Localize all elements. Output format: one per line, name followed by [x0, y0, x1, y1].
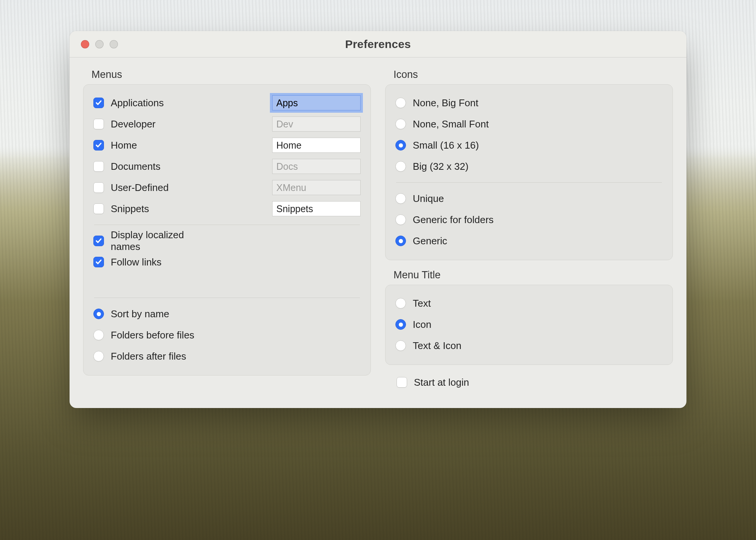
menu-title-group: Text Icon Text & Icon [385, 285, 673, 365]
start-at-login-label: Start at login [414, 377, 469, 388]
minimize-icon[interactable] [95, 40, 104, 48]
menu-title-text-label: Text [413, 298, 431, 309]
menu-title-section-label: Menu Title [393, 269, 673, 281]
titlebar: Preferences [70, 31, 686, 57]
home-checkbox[interactable] [93, 140, 104, 151]
developer-input[interactable] [272, 116, 361, 132]
follow-links-label: Follow links [111, 256, 210, 268]
window-controls [70, 40, 118, 48]
start-at-login-checkbox[interactable] [397, 377, 407, 388]
sort-by-name-label: Sort by name [111, 308, 210, 320]
user-defined-input[interactable] [272, 180, 361, 195]
icons-unique-label: Unique [413, 193, 444, 205]
menu-title-texticon-label: Text & Icon [413, 340, 462, 352]
applications-checkbox[interactable] [93, 98, 104, 108]
preferences-window: Preferences Menus Applications Developer [70, 31, 686, 408]
documents-input[interactable] [272, 159, 361, 174]
folders-after-label: Folders after files [111, 351, 210, 362]
menus-section-label: Menus [91, 69, 371, 81]
menu-title-texticon-radio[interactable] [395, 340, 406, 351]
icons-generic-label: Generic [413, 235, 447, 247]
folders-before-label: Folders before files [111, 329, 210, 341]
icons-none-big-radio[interactable] [395, 98, 406, 108]
menu-title-text-radio[interactable] [395, 298, 406, 309]
zoom-icon[interactable] [110, 40, 118, 48]
folders-after-radio[interactable] [93, 351, 104, 362]
sort-by-name-radio[interactable] [93, 309, 104, 319]
menu-title-icon-label: Icon [413, 319, 431, 331]
icons-section-label: Icons [393, 69, 673, 81]
icons-generic-folders-label: Generic for folders [413, 214, 494, 226]
close-icon[interactable] [81, 40, 89, 48]
icons-small-radio[interactable] [395, 140, 406, 151]
icons-group: None, Big Font None, Small Font Small (1… [385, 84, 673, 260]
menus-group: Applications Developer Home [83, 84, 371, 376]
display-localized-checkbox[interactable] [93, 236, 104, 246]
icons-none-small-radio[interactable] [395, 119, 406, 129]
follow-links-checkbox[interactable] [93, 257, 104, 267]
documents-label: Documents [111, 161, 210, 172]
icons-generic-folders-radio[interactable] [395, 214, 406, 225]
home-input[interactable] [272, 138, 361, 153]
developer-label: Developer [111, 118, 210, 130]
icons-unique-radio[interactable] [395, 193, 406, 204]
home-label: Home [111, 140, 210, 151]
applications-input[interactable] [272, 95, 361, 110]
snippets-label: Snippets [111, 203, 210, 215]
icons-none-small-label: None, Small Font [413, 118, 489, 130]
menu-title-icon-radio[interactable] [395, 319, 406, 330]
icons-big-label: Big (32 x 32) [413, 161, 468, 172]
applications-label: Applications [111, 97, 210, 109]
icons-small-label: Small (16 x 16) [413, 140, 479, 151]
documents-checkbox[interactable] [93, 161, 104, 172]
display-localized-label: Display localized names [111, 229, 210, 253]
user-defined-checkbox[interactable] [93, 182, 104, 193]
user-defined-label: User-Defined [111, 182, 210, 194]
snippets-checkbox[interactable] [93, 203, 104, 214]
icons-none-big-label: None, Big Font [413, 97, 478, 109]
icons-big-radio[interactable] [395, 161, 406, 172]
window-title: Preferences [70, 38, 686, 51]
snippets-input[interactable] [272, 201, 361, 216]
folders-before-radio[interactable] [93, 330, 104, 340]
icons-generic-radio[interactable] [395, 236, 406, 246]
developer-checkbox[interactable] [93, 119, 104, 129]
